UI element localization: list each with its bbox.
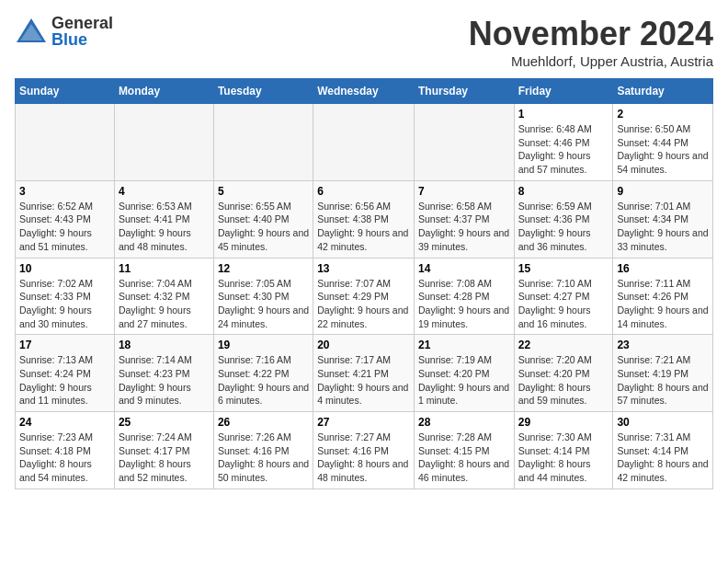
logo-blue: Blue bbox=[51, 31, 113, 48]
day-cell: 1Sunrise: 6:48 AM Sunset: 4:46 PM Daylig… bbox=[514, 104, 613, 181]
month-title: November 2024 bbox=[469, 15, 713, 53]
day-number: 20 bbox=[317, 339, 410, 351]
day-cell: 23Sunrise: 7:21 AM Sunset: 4:19 PM Dayli… bbox=[613, 335, 713, 412]
day-cell: 25Sunrise: 7:24 AM Sunset: 4:17 PM Dayli… bbox=[114, 412, 213, 489]
day-cell: 6Sunrise: 6:56 AM Sunset: 4:38 PM Daylig… bbox=[313, 180, 415, 258]
weekday-friday: Friday bbox=[514, 79, 613, 104]
day-cell: 20Sunrise: 7:17 AM Sunset: 4:21 PM Dayli… bbox=[313, 335, 415, 412]
day-number: 4 bbox=[119, 185, 210, 198]
weekday-saturday: Saturday bbox=[613, 79, 713, 104]
day-info: Sunrise: 7:01 AM Sunset: 4:34 PM Dayligh… bbox=[617, 200, 709, 254]
day-cell: 15Sunrise: 7:10 AM Sunset: 4:27 PM Dayli… bbox=[514, 258, 613, 335]
logo: General Blue bbox=[15, 15, 113, 48]
day-info: Sunrise: 7:14 AM Sunset: 4:23 PM Dayligh… bbox=[119, 353, 210, 408]
weekday-tuesday: Tuesday bbox=[213, 79, 313, 104]
weekday-monday: Monday bbox=[114, 79, 213, 104]
week-row-5: 24Sunrise: 7:23 AM Sunset: 4:18 PM Dayli… bbox=[16, 412, 713, 489]
day-number: 5 bbox=[218, 185, 309, 198]
day-info: Sunrise: 7:11 AM Sunset: 4:26 PM Dayligh… bbox=[617, 277, 709, 331]
location: Muehldorf, Upper Austria, Austria bbox=[469, 53, 713, 69]
calendar-table: SundayMondayTuesdayWednesdayThursdayFrid… bbox=[15, 78, 713, 489]
day-cell: 29Sunrise: 7:30 AM Sunset: 4:14 PM Dayli… bbox=[514, 412, 613, 489]
day-number: 23 bbox=[617, 339, 709, 351]
day-cell: 30Sunrise: 7:31 AM Sunset: 4:14 PM Dayli… bbox=[613, 412, 713, 489]
weekday-thursday: Thursday bbox=[414, 79, 514, 104]
day-info: Sunrise: 6:50 AM Sunset: 4:44 PM Dayligh… bbox=[617, 122, 709, 177]
day-number: 19 bbox=[218, 339, 309, 351]
weekday-header-row: SundayMondayTuesdayWednesdayThursdayFrid… bbox=[16, 79, 713, 104]
week-row-4: 17Sunrise: 7:13 AM Sunset: 4:24 PM Dayli… bbox=[16, 335, 713, 412]
day-cell bbox=[114, 104, 213, 181]
title-area: November 2024 Muehldorf, Upper Austria, … bbox=[469, 15, 713, 69]
day-cell bbox=[213, 104, 313, 181]
day-info: Sunrise: 7:05 AM Sunset: 4:30 PM Dayligh… bbox=[218, 277, 309, 331]
day-number: 18 bbox=[119, 339, 210, 351]
day-info: Sunrise: 6:53 AM Sunset: 4:41 PM Dayligh… bbox=[119, 200, 210, 254]
day-number: 22 bbox=[518, 339, 609, 351]
day-number: 3 bbox=[19, 185, 110, 198]
day-info: Sunrise: 7:21 AM Sunset: 4:19 PM Dayligh… bbox=[617, 353, 709, 408]
day-cell: 24Sunrise: 7:23 AM Sunset: 4:18 PM Dayli… bbox=[16, 412, 115, 489]
day-cell: 16Sunrise: 7:11 AM Sunset: 4:26 PM Dayli… bbox=[613, 258, 713, 335]
day-number: 27 bbox=[317, 416, 410, 429]
weekday-sunday: Sunday bbox=[16, 79, 115, 104]
day-number: 9 bbox=[617, 185, 709, 198]
day-cell: 19Sunrise: 7:16 AM Sunset: 4:22 PM Dayli… bbox=[213, 335, 313, 412]
day-number: 29 bbox=[518, 416, 609, 429]
day-number: 13 bbox=[317, 262, 410, 275]
day-info: Sunrise: 7:07 AM Sunset: 4:29 PM Dayligh… bbox=[317, 277, 410, 331]
day-cell: 10Sunrise: 7:02 AM Sunset: 4:33 PM Dayli… bbox=[16, 258, 115, 335]
day-number: 28 bbox=[418, 416, 510, 429]
day-cell: 2Sunrise: 6:50 AM Sunset: 4:44 PM Daylig… bbox=[613, 104, 713, 181]
day-info: Sunrise: 7:26 AM Sunset: 4:16 PM Dayligh… bbox=[218, 431, 309, 485]
day-cell bbox=[313, 104, 415, 181]
day-info: Sunrise: 7:28 AM Sunset: 4:15 PM Dayligh… bbox=[418, 431, 510, 485]
day-cell: 12Sunrise: 7:05 AM Sunset: 4:30 PM Dayli… bbox=[213, 258, 313, 335]
day-cell: 7Sunrise: 6:58 AM Sunset: 4:37 PM Daylig… bbox=[414, 180, 514, 258]
day-number: 21 bbox=[418, 339, 510, 351]
logo-name: General Blue bbox=[51, 15, 113, 48]
day-cell bbox=[414, 104, 514, 181]
day-info: Sunrise: 7:30 AM Sunset: 4:14 PM Dayligh… bbox=[518, 431, 609, 485]
logo-icon bbox=[15, 15, 48, 48]
day-info: Sunrise: 7:08 AM Sunset: 4:28 PM Dayligh… bbox=[418, 277, 510, 331]
day-cell: 27Sunrise: 7:27 AM Sunset: 4:16 PM Dayli… bbox=[313, 412, 415, 489]
day-info: Sunrise: 7:19 AM Sunset: 4:20 PM Dayligh… bbox=[418, 353, 510, 408]
day-number: 10 bbox=[19, 262, 110, 275]
day-number: 7 bbox=[418, 185, 510, 198]
day-number: 11 bbox=[119, 262, 210, 275]
day-info: Sunrise: 6:58 AM Sunset: 4:37 PM Dayligh… bbox=[418, 200, 510, 254]
day-number: 2 bbox=[617, 108, 709, 121]
day-number: 14 bbox=[418, 262, 510, 275]
day-cell: 14Sunrise: 7:08 AM Sunset: 4:28 PM Dayli… bbox=[414, 258, 514, 335]
day-info: Sunrise: 7:10 AM Sunset: 4:27 PM Dayligh… bbox=[518, 277, 609, 331]
day-info: Sunrise: 7:23 AM Sunset: 4:18 PM Dayligh… bbox=[19, 431, 110, 485]
week-row-3: 10Sunrise: 7:02 AM Sunset: 4:33 PM Dayli… bbox=[16, 258, 713, 335]
day-number: 8 bbox=[518, 185, 609, 198]
day-cell bbox=[16, 104, 115, 181]
day-cell: 22Sunrise: 7:20 AM Sunset: 4:20 PM Dayli… bbox=[514, 335, 613, 412]
weekday-wednesday: Wednesday bbox=[313, 79, 415, 104]
week-row-2: 3Sunrise: 6:52 AM Sunset: 4:43 PM Daylig… bbox=[16, 180, 713, 258]
day-number: 25 bbox=[119, 416, 210, 429]
day-info: Sunrise: 7:04 AM Sunset: 4:32 PM Dayligh… bbox=[119, 277, 210, 331]
day-cell: 17Sunrise: 7:13 AM Sunset: 4:24 PM Dayli… bbox=[16, 335, 115, 412]
day-number: 30 bbox=[617, 416, 709, 429]
day-cell: 21Sunrise: 7:19 AM Sunset: 4:20 PM Dayli… bbox=[414, 335, 514, 412]
day-cell: 8Sunrise: 6:59 AM Sunset: 4:36 PM Daylig… bbox=[514, 180, 613, 258]
day-info: Sunrise: 6:59 AM Sunset: 4:36 PM Dayligh… bbox=[518, 200, 609, 254]
day-number: 1 bbox=[518, 108, 609, 121]
day-info: Sunrise: 7:02 AM Sunset: 4:33 PM Dayligh… bbox=[19, 277, 110, 331]
day-info: Sunrise: 6:56 AM Sunset: 4:38 PM Dayligh… bbox=[317, 200, 410, 254]
day-cell: 18Sunrise: 7:14 AM Sunset: 4:23 PM Dayli… bbox=[114, 335, 213, 412]
logo-general: General bbox=[51, 15, 113, 31]
day-info: Sunrise: 6:55 AM Sunset: 4:40 PM Dayligh… bbox=[218, 200, 309, 254]
day-info: Sunrise: 7:24 AM Sunset: 4:17 PM Dayligh… bbox=[119, 431, 210, 485]
day-info: Sunrise: 6:52 AM Sunset: 4:43 PM Dayligh… bbox=[19, 200, 110, 254]
day-cell: 28Sunrise: 7:28 AM Sunset: 4:15 PM Dayli… bbox=[414, 412, 514, 489]
day-cell: 5Sunrise: 6:55 AM Sunset: 4:40 PM Daylig… bbox=[213, 180, 313, 258]
day-number: 12 bbox=[218, 262, 309, 275]
day-number: 26 bbox=[218, 416, 309, 429]
day-cell: 26Sunrise: 7:26 AM Sunset: 4:16 PM Dayli… bbox=[213, 412, 313, 489]
day-info: Sunrise: 7:20 AM Sunset: 4:20 PM Dayligh… bbox=[518, 353, 609, 408]
